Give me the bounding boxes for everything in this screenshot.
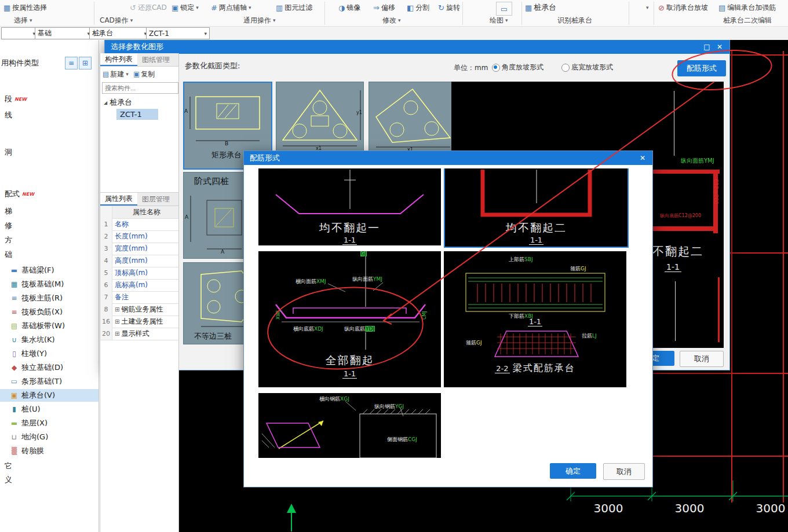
navigation-sidebar: 用构件类型 ≡ ⊞ 段NEW 线 洞 配式NEW 梯 修 方 础 ▬基础梁(F)…	[0, 39, 99, 532]
group-cad-ops[interactable]: CAD操作▾	[100, 16, 133, 25]
cancel-slope-icon: ⊘	[658, 3, 665, 12]
ribbon-toolbar: ▦按属性选择 ↺还原CAD ▣锁定▾ #两点辅轴▾ ▥图元过滤 ◑镜像 ⇒偏移 …	[0, 0, 788, 40]
property-row-top-elev[interactable]: 5顶标高(m)	[100, 267, 178, 280]
tab-property-list[interactable]: 属性列表	[100, 193, 137, 206]
dialog-titlebar[interactable]: 配筋形式 ✕	[244, 151, 652, 165]
nav-item-strip-foundation[interactable]: ▭条形基础(T)	[0, 375, 99, 388]
restore-cad-button[interactable]: ↺还原CAD	[130, 2, 167, 13]
property-row-width[interactable]: 3宽度(mm)	[100, 243, 178, 255]
element-filter-button[interactable]: ▥图元过滤	[276, 2, 312, 13]
cancel-button[interactable]: 取消	[680, 351, 724, 367]
copy-component-button[interactable]: ▣复制	[133, 69, 155, 79]
new-component-button[interactable]: ▤新建▾	[103, 69, 129, 79]
nav-item-foundation-strip[interactable]: ▤基础板带(W)	[0, 320, 99, 332]
chevron-down-icon: ▾	[126, 71, 129, 77]
nav-item-raft-foundation[interactable]: ▦筏板基础(M)	[0, 278, 99, 291]
nav-item-isolated-foundation[interactable]: ◆独立基础(D)	[0, 361, 99, 374]
nav-item-foundation-beam[interactable]: ▬基础梁(F)	[0, 264, 99, 277]
expand-icon[interactable]: ⊞	[115, 318, 119, 325]
nav-item-brick-form[interactable]: ▒砖胎膜	[0, 445, 99, 457]
draw-rect-button[interactable]: ▭	[496, 2, 512, 16]
card-no-bend-1[interactable]: 均不翻起一 1-1	[258, 168, 441, 245]
card-all-bend-up[interactable]: 横向面筋XMJ 纵向面筋YMJ GJ 横向底筋XDJ 纵向底筋YDJ XWJ C…	[258, 251, 441, 387]
nav-item-finishes[interactable]: 修	[0, 219, 99, 232]
floor-combobox[interactable]: ▾	[1, 27, 38, 39]
pile-cap-identify-button[interactable]: ▦桩承台	[525, 2, 556, 13]
tab-layer-manage[interactable]: 图层管理	[137, 193, 174, 206]
rotate-button[interactable]: ↻旋转	[438, 2, 460, 13]
mirror-button[interactable]: ◑镜像	[338, 2, 360, 13]
nav-item-opening[interactable]: 洞	[0, 146, 99, 159]
expand-icon[interactable]: ⊞	[115, 331, 119, 337]
nav-item-foundation[interactable]: 础	[0, 248, 99, 261]
ok-button[interactable]: 确定	[550, 463, 596, 479]
card-beam-type-rebar[interactable]: 上部筋SBJ 箍筋GJ 下部筋XBJ 1-1 拉筋LJ 箍筋GJ 2-2 梁式配…	[444, 251, 626, 387]
search-component-input[interactable]	[102, 82, 178, 94]
select-by-attribute-button[interactable]: ▦按属性选择	[3, 2, 47, 13]
property-row-length[interactable]: 2长度(mm)	[100, 230, 178, 243]
nav-item-trench[interactable]: ⊔地沟(G)	[0, 431, 99, 443]
offset-button[interactable]: ⇒偏移	[373, 2, 395, 13]
nav-item-axis[interactable]: 线	[0, 109, 99, 122]
aux-axis-button[interactable]: #两点辅轴▾	[211, 2, 251, 13]
tree-item-zct1[interactable]: ZCT-1	[116, 109, 158, 120]
lock-button[interactable]: ▣锁定▾	[172, 2, 199, 13]
tree-expand-icon: ◢	[104, 100, 107, 105]
card-slab-type-rebar[interactable]: 横向钢筋XGJ 纵向钢筋YGJ 侧面钢筋CGJ	[258, 393, 441, 458]
property-row-height[interactable]: 4高度(mm)	[100, 255, 178, 267]
radio-angle-slope[interactable]	[492, 63, 500, 74]
close-button[interactable]: ✕	[636, 154, 649, 162]
property-group-rebar[interactable]: 8⊞钢筋业务属性	[100, 303, 178, 316]
radio-width-slope[interactable]	[561, 63, 570, 74]
property-row-remark[interactable]: 7备注	[100, 291, 178, 304]
nav-item-raft-main-rebar[interactable]: ≡筏板主筋(R)	[0, 292, 99, 304]
chevron-down-icon: ▾	[273, 17, 276, 23]
category-combobox[interactable]: 基础▾	[35, 27, 93, 39]
toolbar-separator	[654, 2, 654, 25]
maximize-button[interactable]: □	[701, 43, 713, 51]
property-row-name[interactable]: 1名称	[100, 218, 178, 231]
group-select[interactable]: 选择▾	[14, 16, 32, 25]
cancel-cap-slope-button[interactable]: ⊘取消承台放坡	[658, 2, 708, 13]
toolbar-separator	[629, 2, 629, 25]
group-draw[interactable]: 绘图▾	[490, 16, 508, 25]
nav-item-earthwork[interactable]: 方	[0, 234, 99, 247]
nav-item-stairs[interactable]: 梯	[0, 205, 99, 218]
dialog-titlebar[interactable]: 选择参数化图形 □ ✕	[105, 40, 729, 54]
nav-item-section[interactable]: 段NEW	[0, 93, 99, 105]
nav-item-bedding[interactable]: ▬垫层(X)	[0, 417, 99, 430]
raft-icon: ▦	[10, 280, 19, 288]
nav-item-column-pier[interactable]: ▯柱墩(Y)	[0, 347, 99, 360]
nav-item-pile[interactable]: ▮桩(U)	[0, 403, 99, 416]
close-button[interactable]: ✕	[713, 43, 726, 51]
cancel-button[interactable]: 取消	[603, 463, 645, 480]
nav-item-pile-cap[interactable]: ▣桩承台(V)	[0, 389, 99, 402]
tab-component-list[interactable]: 构件列表	[100, 53, 137, 66]
chevron-down-icon: ▾	[505, 17, 508, 23]
chevron-down-icon: ▾	[398, 17, 401, 23]
group-common-ops[interactable]: 通用操作▾	[243, 16, 276, 25]
rebar-form-button[interactable]: 配筋形式	[677, 60, 726, 76]
nav-item-raft-negative-rebar[interactable]: ≡筏板负筋(X)	[0, 306, 99, 318]
tab-drawing-manage[interactable]: 图纸管理	[137, 53, 174, 66]
group-modify[interactable]: 修改▾	[382, 16, 401, 25]
split-button[interactable]: ◧分割	[407, 2, 429, 13]
property-group-civil[interactable]: 16⊞土建业务属性	[100, 315, 178, 328]
component-combobox[interactable]: ZCT-1▾	[146, 27, 210, 39]
list-view-button[interactable]: ≡	[65, 57, 78, 69]
preview-subtitle: 1-1	[665, 262, 681, 272]
card-no-bend-2-selected[interactable]: 均不翻起二 1-1	[444, 168, 629, 248]
nav-item-prefab[interactable]: 配式NEW	[0, 188, 99, 200]
property-group-display[interactable]: 20⊞显示样式	[100, 328, 178, 340]
nav-item-custom[interactable]: 义	[0, 474, 99, 486]
nav-item-other[interactable]: 它	[0, 460, 99, 472]
element-combobox[interactable]: 桩承台▾	[89, 27, 149, 39]
edit-cap-rebar-button[interactable]: ▤编辑承台加强筋	[718, 2, 776, 13]
tree-group-pile-cap[interactable]: ◢ 桩承台	[104, 97, 132, 108]
toolbar-separator	[462, 2, 463, 25]
nav-item-sump-pit[interactable]: ∪集水坑(K)	[0, 333, 99, 346]
expand-icon[interactable]: ⊞	[115, 306, 119, 313]
grid-view-button[interactable]: ⊞	[79, 57, 92, 69]
property-row-bottom-elev[interactable]: 6底标高(m)	[100, 279, 178, 292]
identify-dropdown-arrow[interactable]: ▾	[644, 2, 649, 13]
